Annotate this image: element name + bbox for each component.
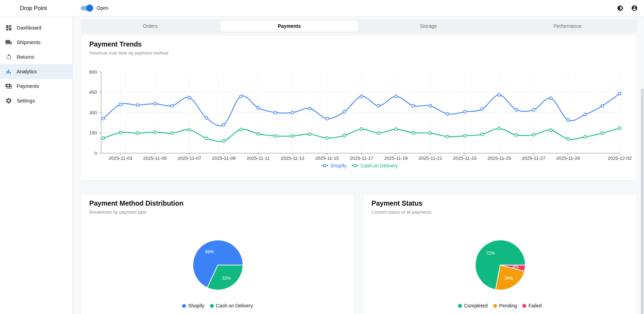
sidebar-item-label: Settings [17, 98, 35, 104]
data-point[interactable] [566, 118, 569, 121]
legend-item-cash-on-delivery[interactable]: Cash on Delivery [210, 303, 253, 308]
data-point[interactable] [532, 133, 535, 136]
data-point[interactable] [429, 132, 432, 134]
sidebar-item-returns[interactable]: Returns [0, 50, 72, 64]
legend-item-cash-on-delivery[interactable]: Cash on Delivery [351, 163, 398, 168]
data-point[interactable] [515, 108, 518, 111]
data-point[interactable] [136, 104, 139, 107]
data-point[interactable] [188, 129, 191, 131]
data-point[interactable] [549, 97, 552, 100]
x-axis-tick-label: 2025-11-21 [418, 156, 442, 161]
data-point[interactable] [274, 111, 277, 114]
legend-item-shopify[interactable]: Shopify [321, 163, 347, 168]
data-point[interactable] [291, 111, 294, 114]
data-point[interactable] [377, 105, 380, 107]
data-point[interactable] [394, 128, 397, 131]
data-point[interactable] [326, 117, 328, 120]
data-point[interactable] [119, 103, 122, 106]
sidebar-item-label: Analytics [17, 69, 37, 74]
data-point[interactable] [102, 117, 105, 120]
data-point[interactable] [377, 132, 380, 134]
data-point[interactable] [618, 127, 621, 130]
data-point[interactable] [412, 131, 415, 134]
data-point[interactable] [136, 132, 139, 134]
x-axis-tick-label: 2025-11-07 [178, 156, 201, 161]
data-point[interactable] [618, 92, 621, 95]
data-point[interactable] [515, 134, 518, 137]
data-point[interactable] [446, 113, 449, 115]
data-point[interactable] [308, 133, 311, 135]
data-point[interactable] [394, 95, 397, 98]
payment-trends-line-chart: 01503004506002025-11-032025-11-052025-11… [81, 35, 637, 181]
data-point[interactable] [326, 137, 328, 139]
payment-status-pie-chart: 72%24%4% [363, 194, 637, 314]
tab-bar: OrdersPaymentsStoragePerformance [81, 19, 637, 33]
data-point[interactable] [343, 134, 345, 137]
data-point[interactable] [274, 134, 277, 137]
data-point[interactable] [171, 132, 173, 134]
data-point[interactable] [239, 128, 242, 131]
tab-storage[interactable]: Storage [360, 20, 497, 32]
data-point[interactable] [549, 129, 552, 132]
tab-payments[interactable]: Payments [221, 20, 358, 32]
data-point[interactable] [239, 95, 242, 98]
store-open-toggle[interactable]: Open [81, 0, 108, 16]
data-point[interactable] [188, 96, 191, 99]
sidebar-item-analytics[interactable]: Analytics [0, 64, 72, 79]
legend-label: Cash on Delivery [361, 163, 398, 168]
data-point[interactable] [412, 105, 415, 107]
vertical-scrollbar[interactable] [641, 89, 644, 314]
data-point[interactable] [498, 93, 500, 96]
data-point[interactable] [360, 95, 363, 98]
legend-item-shopify[interactable]: Shopify [182, 303, 204, 308]
data-point[interactable] [360, 128, 363, 131]
truck-icon [5, 39, 12, 46]
data-point[interactable] [257, 132, 260, 135]
data-point[interactable] [463, 110, 466, 113]
sidebar-item-payments[interactable]: Payments [0, 79, 72, 93]
y-axis-tick-label: 600 [89, 69, 97, 75]
open-switch[interactable] [81, 5, 92, 11]
payment-method-legend: ShopifyCash on Delivery [81, 303, 354, 308]
data-point[interactable] [481, 133, 483, 136]
data-point[interactable] [429, 105, 432, 107]
data-point[interactable] [222, 140, 225, 142]
legend-item-pending[interactable]: Pending [493, 303, 517, 308]
switch-thumb [86, 5, 93, 11]
data-point[interactable] [102, 137, 105, 140]
x-axis-tick-label: 2025-11-23 [453, 156, 476, 161]
data-point[interactable] [446, 135, 449, 138]
data-point[interactable] [532, 108, 535, 111]
data-point[interactable] [584, 113, 587, 116]
data-point[interactable] [481, 108, 483, 110]
pie-percent-label: 32% [222, 276, 230, 281]
data-point[interactable] [154, 131, 156, 134]
data-point[interactable] [498, 127, 500, 130]
tab-orders[interactable]: Orders [82, 20, 219, 32]
data-point[interactable] [205, 117, 208, 119]
theme-icon[interactable] [617, 5, 623, 11]
account-icon[interactable] [631, 5, 638, 11]
data-point[interactable] [222, 123, 225, 126]
sidebar-item-dashboard[interactable]: Dashboard [0, 20, 72, 35]
sidebar-item-settings[interactable]: Settings [0, 93, 72, 108]
legend-label: Shopify [330, 163, 347, 168]
app-title: Drop Point [20, 0, 47, 16]
data-point[interactable] [171, 105, 173, 107]
data-point[interactable] [463, 134, 466, 137]
tab-performance[interactable]: Performance [499, 20, 636, 32]
data-point[interactable] [343, 110, 345, 113]
legend-item-completed[interactable]: Completed [458, 303, 488, 308]
data-point[interactable] [291, 134, 294, 137]
data-point[interactable] [154, 102, 156, 105]
data-point[interactable] [601, 105, 604, 107]
data-point[interactable] [119, 131, 122, 134]
sidebar-item-shipments[interactable]: Shipments [0, 35, 72, 50]
data-point[interactable] [205, 137, 208, 140]
data-point[interactable] [308, 107, 311, 110]
data-point[interactable] [584, 135, 587, 138]
legend-item-failed[interactable]: Failed [522, 303, 541, 308]
data-point[interactable] [601, 132, 604, 134]
data-point[interactable] [566, 138, 569, 140]
data-point[interactable] [257, 106, 260, 109]
